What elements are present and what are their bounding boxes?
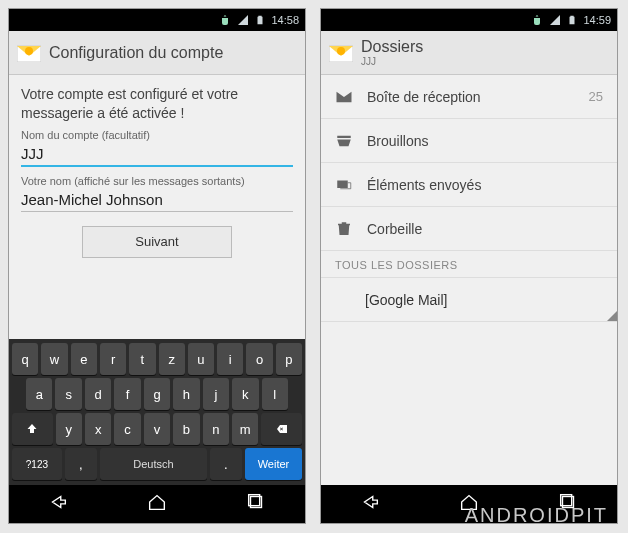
key-h[interactable]: h [173,378,199,410]
folder-label: Éléments envoyés [367,177,481,193]
recents-icon[interactable] [245,491,267,517]
battery-icon [255,13,265,27]
key-r[interactable]: r [100,343,126,375]
phone-left: 14:58 Configuration du compte Votre comp… [8,8,306,524]
key-c[interactable]: c [114,413,140,445]
success-message: Votre compte est configuré et votre mess… [21,85,293,123]
enter-key[interactable]: Weiter [245,448,302,480]
recents-icon[interactable] [557,491,579,517]
mail-icon [329,44,353,62]
folder-label: Boîte de réception [367,89,481,105]
envelope-icon [335,88,353,106]
app-title: Configuration du compte [49,45,223,61]
folder-list: Boîte de réception 25 Brouillons Élément… [321,75,617,485]
key-j[interactable]: j [203,378,229,410]
folder-gmail[interactable]: [Google Mail] [321,278,617,322]
inbox-count: 25 [589,89,603,104]
debug-icon [219,14,231,26]
status-bar: 14:59 [321,9,617,31]
key-p[interactable]: p [276,343,302,375]
next-button[interactable]: Suivant [82,226,232,258]
key-y[interactable]: y [56,413,82,445]
key-q[interactable]: q [12,343,38,375]
keyboard: qwertzuiop asdfghjkl yxcvbnm ?123 , Deut… [9,339,305,485]
drafts-icon [335,132,353,150]
key-s[interactable]: s [55,378,81,410]
account-name-label: Nom du compte (facultatif) [21,129,293,141]
app-bar: Configuration du compte [9,31,305,75]
nav-bar [321,485,617,523]
display-name-label: Votre nom (affiché sur les messages sort… [21,175,293,187]
key-i[interactable]: i [217,343,243,375]
key-e[interactable]: e [71,343,97,375]
debug-icon [531,14,543,26]
status-bar: 14:58 [9,9,305,31]
key-w[interactable]: w [41,343,67,375]
key-d[interactable]: d [85,378,111,410]
key-t[interactable]: t [129,343,155,375]
key-k[interactable]: k [232,378,258,410]
backspace-key[interactable] [261,413,302,445]
all-folders-header: TOUS LES DOSSIERS [321,251,617,278]
clock: 14:58 [271,14,299,26]
key-u[interactable]: u [188,343,214,375]
display-name-input[interactable] [21,187,293,212]
key-n[interactable]: n [203,413,229,445]
folder-sent[interactable]: Éléments envoyés [321,163,617,207]
signal-icon [237,14,249,26]
comma-key[interactable]: , [65,448,97,480]
nav-bar [9,485,305,523]
phone-right: 14:59 Dossiers JJJ Boîte de réception 25… [320,8,618,524]
key-b[interactable]: b [173,413,199,445]
folder-label: Brouillons [367,133,428,149]
sent-icon [335,176,353,194]
svg-point-1 [25,47,33,55]
key-l[interactable]: l [262,378,288,410]
key-m[interactable]: m [232,413,258,445]
battery-icon [567,13,577,27]
svg-point-5 [337,47,345,55]
account-name-input[interactable] [21,141,293,167]
app-subtitle: JJJ [361,57,423,67]
key-a[interactable]: a [26,378,52,410]
folder-trash[interactable]: Corbeille [321,207,617,251]
back-icon[interactable] [359,491,381,517]
key-x[interactable]: x [85,413,111,445]
app-bar: Dossiers JJJ [321,31,617,75]
clock: 14:59 [583,14,611,26]
mail-icon [17,44,41,62]
space-key[interactable]: Deutsch [100,448,207,480]
symbols-key[interactable]: ?123 [12,448,62,480]
key-g[interactable]: g [144,378,170,410]
key-f[interactable]: f [114,378,140,410]
app-title: Dossiers [361,39,423,55]
setup-content: Votre compte est configuré et votre mess… [9,75,305,339]
folder-inbox[interactable]: Boîte de réception 25 [321,75,617,119]
folder-label: [Google Mail] [365,292,447,308]
expand-corner-icon [607,311,617,321]
trash-icon [335,220,353,238]
key-z[interactable]: z [159,343,185,375]
period-key[interactable]: . [210,448,242,480]
back-icon[interactable] [47,491,69,517]
folder-drafts[interactable]: Brouillons [321,119,617,163]
key-v[interactable]: v [144,413,170,445]
shift-key[interactable] [12,413,53,445]
home-icon[interactable] [458,491,480,517]
signal-icon [549,14,561,26]
key-o[interactable]: o [246,343,272,375]
folder-label: Corbeille [367,221,422,237]
home-icon[interactable] [146,491,168,517]
svg-rect-6 [337,180,348,188]
